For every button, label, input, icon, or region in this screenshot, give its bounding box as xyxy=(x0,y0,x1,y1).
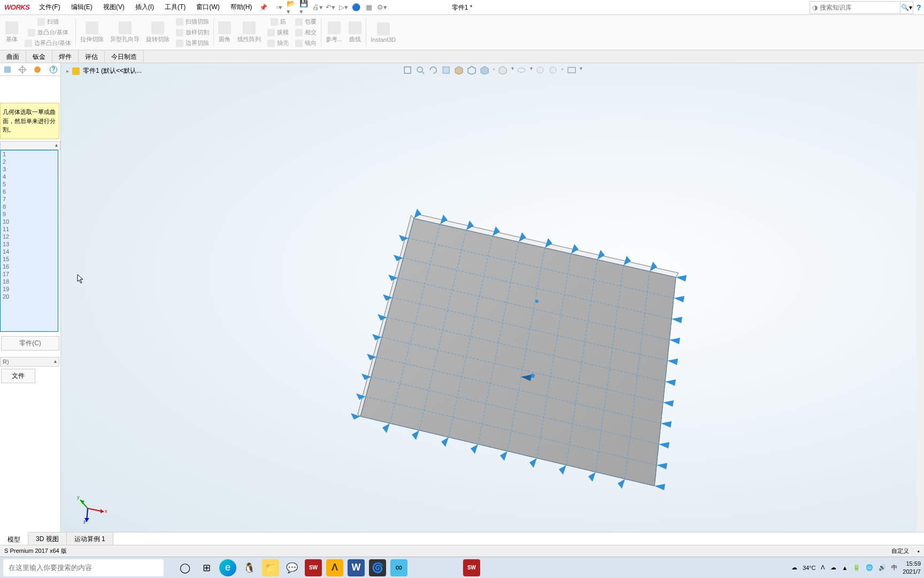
hide-show-icon[interactable] xyxy=(480,65,489,75)
rebuild-icon[interactable]: 🔵 xyxy=(351,2,361,13)
rib-hole[interactable]: 异型孔向导 xyxy=(107,16,143,49)
rib-boundary[interactable]: 边界凸台/基体 xyxy=(21,38,74,49)
print-icon[interactable]: 🖨▾ xyxy=(312,2,323,13)
rib-extrude[interactable]: 基体 xyxy=(2,16,21,49)
list-item[interactable]: 10 xyxy=(1,218,58,225)
rib-intersect[interactable]: 相交 xyxy=(292,27,320,38)
section-icon[interactable] xyxy=(441,65,451,75)
list-item[interactable]: 14 xyxy=(1,248,58,255)
ptab-property-icon[interactable] xyxy=(18,65,27,74)
btab-motion[interactable]: 运动算例 1 xyxy=(67,533,113,545)
rib-loft-cut[interactable]: 放样切割 xyxy=(173,27,212,38)
search-input[interactable] xyxy=(820,4,898,11)
tb-qq-icon[interactable]: 🐧 xyxy=(241,559,258,576)
list-item[interactable]: 3 xyxy=(1,165,58,173)
list-item[interactable]: 4 xyxy=(1,173,58,180)
list-item[interactable]: 6 xyxy=(1,188,58,195)
list-item[interactable]: 12 xyxy=(1,233,58,240)
rib-fillet[interactable]: 圆角 xyxy=(215,16,234,49)
viewport[interactable]: ▸ 零件1 (默认<<默认... ▪ ▾ ▾ ▪ ▾ xyxy=(61,63,924,532)
section-r[interactable]: R) xyxy=(0,357,59,367)
rib-cut-extrude[interactable]: 拉伸切除 xyxy=(77,16,107,49)
list-item[interactable]: 9 xyxy=(1,210,58,218)
menu-file[interactable]: 文件(F) xyxy=(34,0,65,14)
panel-help-icon[interactable]: ? xyxy=(50,66,57,73)
vp-drop1[interactable]: ▾ xyxy=(511,65,514,75)
ftab-sheetmetal[interactable]: 钣金 xyxy=(26,50,52,63)
list-header[interactable] xyxy=(0,141,60,150)
tb-circle-icon[interactable]: ◯ xyxy=(176,559,194,576)
tb-app1-icon[interactable]: 🌀 xyxy=(369,559,386,576)
tb-taskview-icon[interactable]: ⊞ xyxy=(198,559,215,576)
tb-edge-icon[interactable]: e xyxy=(219,559,236,576)
rib-curves[interactable]: 曲线 xyxy=(345,16,365,49)
tb-app2-icon[interactable]: ∞ xyxy=(390,559,407,576)
breadcrumb[interactable]: ▸ 零件1 (默认<<默认... xyxy=(66,66,142,75)
menu-help[interactable]: 帮助(H) xyxy=(225,0,258,14)
menu-view[interactable]: 视图(V) xyxy=(98,0,130,14)
tb-app4-icon[interactable] xyxy=(429,559,442,576)
prev-view-icon[interactable] xyxy=(428,65,438,75)
ptab-feature-icon[interactable] xyxy=(3,65,12,74)
tray-onedrive-icon[interactable]: ☁ xyxy=(830,564,836,571)
tray-ime[interactable]: 中 xyxy=(891,564,897,572)
list-item[interactable]: 7 xyxy=(1,195,58,203)
list-item[interactable]: 16 xyxy=(1,263,58,270)
viewport-scrollbar[interactable] xyxy=(917,63,924,532)
list-item[interactable]: 20 xyxy=(1,293,58,300)
rib-shell[interactable]: 抽壳 xyxy=(264,38,292,49)
menu-window[interactable]: 窗口(W) xyxy=(191,0,225,14)
ftab-surface[interactable]: 曲面 xyxy=(0,50,26,63)
zoom-area-icon[interactable] xyxy=(415,65,425,75)
list-item[interactable]: 13 xyxy=(1,240,58,248)
tb-app5-icon[interactable] xyxy=(446,559,459,576)
render2-icon[interactable] xyxy=(549,65,558,75)
help-button[interactable]: ? xyxy=(913,3,924,12)
search-box[interactable]: ◑ xyxy=(810,1,900,14)
taskbar-search-input[interactable] xyxy=(9,564,158,572)
ptab-appearance-icon[interactable] xyxy=(33,65,42,74)
tray-app-icon[interactable]: ▲ xyxy=(842,565,848,571)
list-item[interactable]: 11 xyxy=(1,225,58,233)
item-list[interactable]: 1 2 3 4 5 6 7 8 9 10 11 12 13 14 15 16 1… xyxy=(0,150,58,332)
rib-loft[interactable]: 放凸台/基体 xyxy=(21,27,74,38)
tb-sw2-icon[interactable]: SW xyxy=(463,559,480,576)
render-icon[interactable] xyxy=(536,65,545,75)
ftab-weldment[interactable]: 焊件 xyxy=(52,50,79,63)
rib-draft[interactable]: 拔模 xyxy=(264,27,292,38)
list-item[interactable]: 1 xyxy=(1,150,58,158)
options-icon[interactable]: ▦ xyxy=(364,2,374,13)
rib-sweep[interactable]: 扫描 xyxy=(21,17,74,27)
rib-ref[interactable]: 参考... xyxy=(322,16,345,49)
view-settings-icon[interactable] xyxy=(567,65,576,75)
taskbar-search[interactable] xyxy=(3,559,164,576)
select-icon[interactable]: ▷▾ xyxy=(338,2,349,13)
list-item[interactable]: 5 xyxy=(1,180,58,188)
tray-battery-icon[interactable]: 🔋 xyxy=(853,564,860,571)
list-item[interactable]: 2 xyxy=(1,158,58,165)
rib-sweep-cut[interactable]: 扫描切除 xyxy=(173,17,212,27)
crumb-expand-icon[interactable]: ▸ xyxy=(66,68,69,74)
tray-network-icon[interactable]: 🌐 xyxy=(866,564,873,571)
rib-wrap[interactable]: 包覆 xyxy=(292,17,320,27)
undo-icon[interactable]: ↶▾ xyxy=(325,2,336,13)
tb-ansys-icon[interactable]: Λ xyxy=(326,559,343,576)
status-custom[interactable]: 自定义 xyxy=(891,547,909,555)
tb-sw-icon[interactable]: SW xyxy=(305,559,322,576)
ftab-today[interactable]: 今日制造 xyxy=(105,50,144,63)
tray-chevron-icon[interactable]: ᐱ xyxy=(821,564,825,571)
triad[interactable]: x y z xyxy=(77,492,109,524)
tb-app3-icon[interactable] xyxy=(412,559,425,576)
tb-wechat-icon[interactable]: 💬 xyxy=(283,559,301,576)
new-icon[interactable]: ▫▾ xyxy=(274,2,284,13)
scene-icon[interactable] xyxy=(517,65,527,75)
list-item[interactable]: 8 xyxy=(1,203,58,210)
list-item[interactable]: 17 xyxy=(1,270,58,278)
search-icon[interactable]: 🔍▾ xyxy=(900,1,913,14)
btab-model[interactable]: 模型 xyxy=(0,532,28,545)
rib-mirror[interactable]: 镜向 xyxy=(292,38,320,49)
rib-boundary-cut[interactable]: 边界切除 xyxy=(173,38,212,49)
model-view[interactable] xyxy=(264,138,745,502)
menu-tools[interactable]: 工具(T) xyxy=(159,0,191,14)
btab-3dview[interactable]: 3D 视图 xyxy=(28,533,67,545)
